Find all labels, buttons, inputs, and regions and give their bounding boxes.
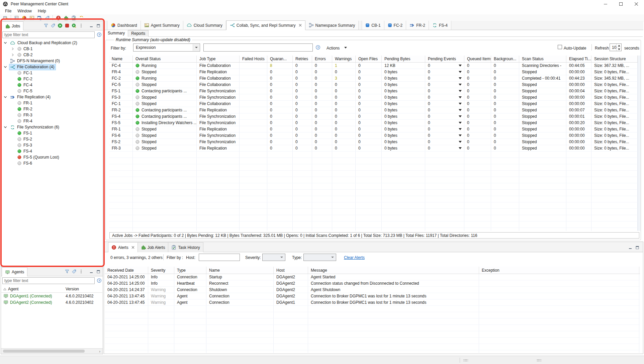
minimize-view-button[interactable] <box>627 244 633 251</box>
tree-node-file-synchronization-6[interactable]: File Synchronization (6) <box>1 124 102 130</box>
spinner-down-icon[interactable] <box>617 48 621 51</box>
tree-node-fs-5-quorum-lost[interactable]: FS-5 (Quorum Lost) <box>1 154 102 160</box>
close-icon[interactable] <box>131 246 134 249</box>
dropdown-arrow-icon[interactable] <box>459 65 462 67</box>
dropdown-arrow-icon[interactable] <box>459 141 462 143</box>
dashboard-button[interactable] <box>20 15 28 21</box>
column-header-failed-hosts[interactable]: Failed Hosts <box>240 56 267 62</box>
column-header-version[interactable]: Version <box>64 287 102 291</box>
tree-node-fs-4[interactable]: FS-4 <box>1 148 102 154</box>
severity-select[interactable] <box>262 254 285 261</box>
tab-dashboard[interactable]: Dashboard <box>107 21 141 30</box>
job-row-fc-1[interactable]: FC-1StoppedFile Collaboration000000 byte… <box>109 101 638 107</box>
maximize-button[interactable] <box>613 0 629 8</box>
tab-fs-4[interactable]: FS-4 <box>429 21 451 30</box>
job-row-fr-3[interactable]: FR-3StoppedFile Replication000000 bytes0… <box>109 145 638 152</box>
minimize-view-button[interactable] <box>88 22 94 29</box>
help-icon[interactable]: ? <box>97 278 102 283</box>
dropdown-arrow-icon[interactable] <box>459 71 462 73</box>
maximize-view-button[interactable] <box>95 22 101 29</box>
tree-node-fc-2[interactable]: FC-2 <box>1 76 102 82</box>
dropdown-arrow-icon[interactable] <box>459 147 462 149</box>
alert-row[interactable]: 04-20-2021 14:25:00InfoConnectionStartup… <box>105 274 640 280</box>
column-header-pending-bytes[interactable]: Pending Bytes <box>382 56 425 62</box>
start-agent-button[interactable] <box>71 22 77 29</box>
column-header-queued-items[interactable]: Queued Items <box>464 56 491 62</box>
job-row-fs-2[interactable]: FS-2StoppedFile Synchronization000000 by… <box>109 139 638 145</box>
chevron-right-icon[interactable] <box>11 47 17 51</box>
filter-expression-input[interactable] <box>203 43 313 52</box>
new-job-button[interactable] <box>2 15 9 21</box>
chevron-right-icon[interactable] <box>11 53 17 57</box>
job-row-fs-1[interactable]: FS-1Contacting participants ...File Sync… <box>109 88 638 94</box>
dropdown-arrow-icon[interactable] <box>459 84 462 86</box>
menu-file[interactable]: File <box>2 8 14 14</box>
dropdown-arrow-icon[interactable] <box>459 90 462 92</box>
jobs-filter-input[interactable] <box>2 31 95 38</box>
job-row-fc-2[interactable]: FC-2RunningFile Collaboration000300 byte… <box>109 75 638 82</box>
tree-node-cb-2[interactable]: CB-2 <box>1 52 102 58</box>
minimize-view-button[interactable] <box>88 268 94 275</box>
column-header-name[interactable]: Name <box>109 56 133 62</box>
tree-node-fr-4[interactable]: FR-4 <box>1 118 102 124</box>
job-row-fs-6[interactable]: FS-6StoppedFile Synchronization000000 by… <box>109 132 638 139</box>
tab-task-history[interactable]: Task History <box>168 242 203 252</box>
tab-collab-sync-and-repl-summary[interactable]: Collab, Sync, and Repl Summary <box>226 20 305 30</box>
column-header-name[interactable]: Name <box>206 267 274 274</box>
alert-row[interactable]: 04-20-2021 14:24:37WarningConnectionShut… <box>105 287 640 293</box>
refresh-interval-spinner[interactable]: 10 <box>610 43 622 51</box>
alerts-button[interactable] <box>55 15 62 21</box>
job-row-fr-4[interactable]: FR-4StoppedFile Replication000000 bytes0… <box>109 69 638 75</box>
schedule-button[interactable] <box>36 15 43 21</box>
clear-alerts-link[interactable]: Clear Alerts <box>344 255 365 260</box>
tags-filter-button[interactable] <box>71 268 77 275</box>
job-row-fc-5[interactable]: FC-5StoppedFile Collaboration000000 byte… <box>109 82 638 88</box>
task-history-button[interactable] <box>70 15 78 21</box>
minimize-button[interactable] <box>598 0 613 8</box>
dropdown-arrow-icon[interactable] <box>459 115 462 117</box>
tree-node-fs-1[interactable]: FS-1 <box>1 130 102 136</box>
scrollbar-thumb[interactable] <box>3 350 85 353</box>
host-filter-input[interactable] <box>199 254 240 261</box>
close-button[interactable] <box>629 0 644 8</box>
tab-fc-2[interactable]: FC-2 <box>384 21 406 30</box>
column-header-type[interactable]: Type <box>174 267 206 274</box>
dropdown-arrow-icon[interactable] <box>459 96 462 98</box>
column-header-warnings[interactable]: Warnings <box>332 56 356 62</box>
dropdown-arrow-icon[interactable] <box>459 109 462 111</box>
chevron-down-icon[interactable] <box>4 41 9 45</box>
column-header-host[interactable]: Host <box>274 267 308 274</box>
column-header-session-structure[interactable]: Session Structure <box>591 56 638 62</box>
view-menu-button[interactable] <box>78 22 84 29</box>
tags-filter-button[interactable] <box>50 22 56 29</box>
column-header-overall-status[interactable]: Overall Status <box>133 56 197 62</box>
dropdown-arrow-icon[interactable] <box>459 128 462 130</box>
tree-node-file-collaboration-4[interactable]: File Collaboration (4) <box>1 64 102 70</box>
tags-button[interactable] <box>43 15 51 21</box>
tree-node-fr-3[interactable]: FR-3 <box>1 112 102 118</box>
column-header-received-date[interactable]: Received Date <box>105 267 148 274</box>
tree-node-fs-3[interactable]: FS-3 <box>1 142 102 148</box>
dropdown-arrow-icon[interactable] <box>459 103 462 105</box>
dropdown-arrow-icon[interactable] <box>459 134 462 136</box>
agents-filter-input[interactable] <box>2 277 95 284</box>
auto-update-checkbox[interactable] <box>558 45 562 49</box>
job-row-fs-3[interactable]: FS-3StoppedFile Synchronization000000 by… <box>109 94 638 101</box>
subtab-summary[interactable]: Summary <box>104 30 128 37</box>
view-jobs-button[interactable] <box>13 15 20 21</box>
agent-summary-button[interactable] <box>28 15 36 21</box>
column-header-pending-events[interactable]: Pending Events <box>425 56 464 62</box>
job-row-fs-5[interactable]: FS-5Installing Directory Watchers ...Fil… <box>109 120 638 126</box>
job-row-fc-4[interactable]: FC-4RunningFile Collaboration8001012 KB0… <box>109 63 638 69</box>
tree-node-dfs-n-management-0[interactable]: DFS-N Management (0) <box>1 58 102 64</box>
alert-row[interactable]: 04-20-2021 13:47:45WarningAgentConnectio… <box>105 293 640 299</box>
actions-menu-button[interactable]: Actions <box>327 46 347 51</box>
agent-row[interactable]: DGAgent2 (Connected)4.6.0.20210402 <box>1 299 102 305</box>
tree-node-fs-2[interactable]: FS-2 <box>1 136 102 142</box>
menu-help[interactable]: Help <box>35 8 49 14</box>
maximize-view-button[interactable] <box>95 268 101 275</box>
filter-jobs-button[interactable] <box>43 22 49 29</box>
column-header-quaran[interactable]: Quaran... <box>267 56 293 62</box>
help-icon[interactable]: ? <box>97 32 102 37</box>
tab-agents[interactable]: Agents <box>2 267 27 276</box>
